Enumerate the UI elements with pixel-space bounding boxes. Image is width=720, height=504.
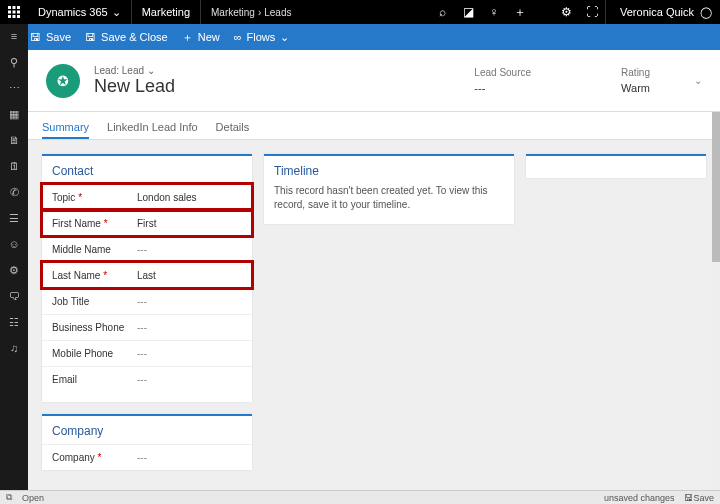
more-icon[interactable]: ⋯: [4, 80, 24, 96]
svg-rect-5: [17, 11, 20, 14]
status-label: Open: [22, 493, 44, 503]
timeline-empty-message: This record hasn't been created yet. To …: [264, 184, 514, 222]
header-field-leadsource[interactable]: Lead Source ---: [474, 67, 531, 94]
field-businessphone[interactable]: Business Phone ---: [42, 314, 252, 340]
svg-rect-4: [13, 11, 16, 14]
field-middlename[interactable]: Middle Name ---: [42, 236, 252, 262]
tab-summary[interactable]: Summary: [42, 121, 89, 139]
chevron-down-icon: ⌄: [280, 31, 289, 44]
app-launcher[interactable]: [0, 0, 28, 24]
user-menu[interactable]: Veronica Quick ◯: [605, 0, 720, 24]
main-content: ✪ Lead: Lead ⌄ New Lead Lead Source --- …: [28, 50, 720, 490]
file-icon[interactable]: 🗎: [4, 132, 24, 148]
chevron-down-icon: ⌄: [112, 6, 121, 19]
section-title: Contact: [42, 156, 252, 184]
plus-icon: ＋: [182, 30, 193, 45]
add-icon[interactable]: ＋: [507, 0, 533, 24]
svg-rect-6: [8, 15, 11, 18]
fullscreen-icon[interactable]: ⛶: [579, 0, 605, 24]
person-icon: ◯: [700, 6, 712, 19]
breadcrumb-root: Marketing: [211, 7, 255, 18]
pin-icon[interactable]: ⚲: [4, 54, 24, 70]
field-lastname[interactable]: Last Name * Last: [42, 262, 252, 288]
form-tabs: Summary LinkedIn Lead Info Details: [28, 112, 720, 140]
timeline-section: Timeline This record hasn't been created…: [264, 154, 514, 224]
breadcrumb[interactable]: Marketing › Leads: [201, 7, 302, 18]
global-nav: Dynamics 365 ⌄ Marketing Marketing › Lea…: [0, 0, 720, 24]
status-bar: ⧉ Open unsaved changes 🖫 Save: [0, 490, 720, 504]
save-footer-icon[interactable]: 🖫: [684, 493, 693, 503]
unsaved-label: unsaved changes: [604, 493, 675, 503]
save-button[interactable]: 🖫Save: [30, 31, 71, 43]
save-icon: 🖫: [30, 31, 41, 43]
site-map: ≡ ⚲ ⋯ ▦ 🗎 🗓 ✆ ☰ ☺ ⚙ 🗨 ☷ ♫: [0, 24, 28, 490]
scrollbar[interactable]: [712, 112, 720, 490]
field-mobilephone[interactable]: Mobile Phone ---: [42, 340, 252, 366]
form-body: Contact Topic * London sales First Name …: [28, 140, 720, 490]
settings-rail-icon[interactable]: ⚙: [4, 262, 24, 278]
brand-label: Dynamics 365: [38, 6, 108, 18]
entity-icon: ✪: [46, 64, 80, 98]
svg-rect-0: [8, 6, 11, 9]
field-jobtitle[interactable]: Job Title ---: [42, 288, 252, 314]
form-selector[interactable]: Lead: Lead ⌄: [94, 65, 175, 76]
field-email[interactable]: Email ---: [42, 366, 252, 392]
svg-rect-1: [13, 6, 16, 9]
queue-icon[interactable]: ☷: [4, 314, 24, 330]
save-close-icon: 🖫: [85, 31, 96, 43]
record-title: New Lead: [94, 76, 175, 97]
contact-icon[interactable]: ☺: [4, 236, 24, 252]
save-close-button[interactable]: 🖫Save & Close: [85, 31, 168, 43]
app-name[interactable]: Marketing: [132, 0, 201, 24]
chevron-right-icon: ›: [258, 7, 261, 18]
related-panel: [526, 154, 706, 178]
save-footer-button[interactable]: Save: [693, 493, 714, 503]
search-icon[interactable]: ⌕: [429, 0, 455, 24]
chat-icon[interactable]: 🗨: [4, 288, 24, 304]
calendar-icon[interactable]: 🗓: [4, 158, 24, 174]
field-company[interactable]: Company * ---: [42, 444, 252, 470]
field-topic[interactable]: Topic * London sales: [42, 184, 252, 210]
flows-button[interactable]: ∞Flows⌄: [234, 31, 290, 44]
popout-icon[interactable]: ⧉: [6, 492, 12, 503]
svg-rect-8: [17, 15, 20, 18]
tab-linkedin[interactable]: LinkedIn Lead Info: [107, 121, 198, 139]
assistant-icon[interactable]: ♀: [481, 0, 507, 24]
header-field-rating[interactable]: Rating Warm: [621, 67, 650, 94]
contact-section: Contact Topic * London sales First Name …: [42, 154, 252, 402]
record-header: ✪ Lead: Lead ⌄ New Lead Lead Source --- …: [28, 50, 720, 112]
chevron-down-icon: ⌄: [147, 65, 155, 76]
flow-icon: ∞: [234, 31, 242, 43]
brand-switcher[interactable]: Dynamics 365 ⌄: [28, 0, 132, 24]
section-title: Timeline: [264, 156, 514, 184]
new-button[interactable]: ＋New: [182, 30, 220, 45]
command-bar: 🖫Save 🖫Save & Close ＋New ∞Flows⌄: [0, 24, 720, 50]
menu-icon[interactable]: ≡: [4, 28, 24, 44]
section-title: Company: [42, 416, 252, 444]
company-section: Company Company * ---: [42, 414, 252, 470]
svg-rect-3: [8, 11, 11, 14]
svg-rect-7: [13, 15, 16, 18]
tab-details[interactable]: Details: [216, 121, 250, 139]
phone-icon[interactable]: ✆: [4, 184, 24, 200]
headset-icon[interactable]: ♫: [4, 340, 24, 356]
dashboard-icon[interactable]: ▦: [4, 106, 24, 122]
field-firstname[interactable]: First Name * First: [42, 210, 252, 236]
breadcrumb-leaf: Leads: [264, 7, 291, 18]
form-icon[interactable]: ☰: [4, 210, 24, 226]
settings-icon[interactable]: ⚙: [553, 0, 579, 24]
svg-rect-2: [17, 6, 20, 9]
task-icon[interactable]: ◪: [455, 0, 481, 24]
user-name: Veronica Quick: [620, 6, 694, 18]
expand-header-icon[interactable]: ⌄: [694, 75, 702, 86]
